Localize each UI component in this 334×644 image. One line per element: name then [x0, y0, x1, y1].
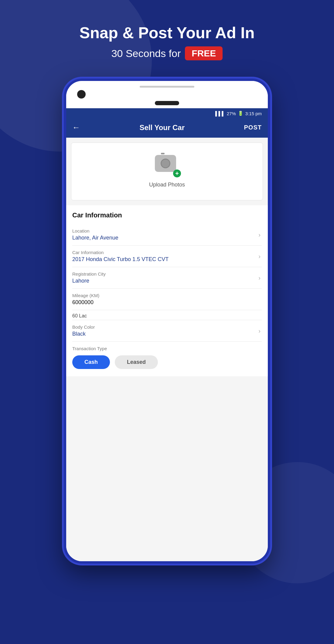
car-info-row[interactable]: Car Information 2017 Honda Civic Turbo 1…	[72, 246, 262, 267]
car-info-value: 2017 Honda Civic Turbo 1.5 VTEC CVT	[72, 256, 262, 263]
app-title: Sell Your Car	[140, 123, 185, 132]
phone-mockup: ▌▌▌ 27% 🔋 3:15 pm ← Sell Your Car POST +	[64, 79, 270, 564]
reg-city-chevron: ›	[258, 274, 261, 281]
camera-dot	[77, 90, 86, 99]
camera-icon-wrapper: +	[155, 155, 179, 176]
time-text: 3:15 pm	[245, 111, 262, 116]
mileage-label: Mileage (KM)	[72, 293, 262, 298]
battery-text: 27%	[227, 111, 236, 116]
post-button[interactable]: POST	[244, 124, 262, 131]
mileage-row[interactable]: Mileage (KM) 6000000	[72, 289, 262, 310]
transaction-row: Transaction Type	[72, 342, 262, 351]
camera-viewfinder	[161, 153, 165, 154]
location-row[interactable]: Location Lahore, Air Avenue ›	[72, 224, 262, 246]
upload-label: Upload Photos	[149, 182, 185, 188]
section-title: Car Information	[72, 211, 262, 219]
price-row: 60 Lac	[72, 310, 262, 320]
free-badge: FREE	[185, 46, 223, 60]
leased-button[interactable]: Leased	[115, 355, 158, 369]
location-value: Lahore, Air Avenue	[72, 235, 262, 241]
back-button[interactable]: ←	[72, 123, 80, 132]
body-color-value: Black	[72, 331, 262, 337]
camera-row	[66, 90, 268, 99]
transaction-toggle-group: Cash Leased	[72, 355, 262, 376]
phone-top	[66, 81, 268, 108]
phone-pill	[155, 101, 179, 105]
plus-badge: +	[173, 169, 181, 177]
cash-button[interactable]: Cash	[72, 355, 110, 369]
phone-content: + Upload Photos Car Information Location…	[66, 138, 268, 561]
signal-icon: ▌▌▌	[215, 111, 225, 116]
mileage-value: 6000000	[72, 299, 262, 306]
transaction-label: Transaction Type	[72, 346, 262, 351]
battery-icon: 🔋	[238, 111, 244, 116]
price-value: 60 Lac	[72, 313, 262, 319]
reg-city-label: Registration City	[72, 271, 262, 277]
camera-body	[155, 155, 176, 172]
status-bar: ▌▌▌ 27% 🔋 3:15 pm	[66, 108, 268, 119]
notch-bar	[140, 86, 194, 88]
body-color-chevron: ›	[258, 327, 261, 334]
body-color-row[interactable]: Body Color Black ›	[72, 320, 262, 342]
reg-city-value: Lahore	[72, 278, 262, 284]
reg-city-row[interactable]: Registration City Lahore ›	[72, 267, 262, 289]
car-info-chevron: ›	[258, 253, 261, 260]
upload-section[interactable]: + Upload Photos	[71, 143, 263, 200]
location-label: Location	[72, 228, 262, 233]
body-color-label: Body Color	[72, 324, 262, 330]
car-info-section: Car Information Location Lahore, Air Ave…	[66, 205, 268, 376]
location-chevron: ›	[258, 231, 261, 238]
app-header: ← Sell Your Car POST	[66, 119, 268, 138]
camera-lens	[161, 159, 170, 168]
car-info-label: Car Information	[72, 250, 262, 255]
